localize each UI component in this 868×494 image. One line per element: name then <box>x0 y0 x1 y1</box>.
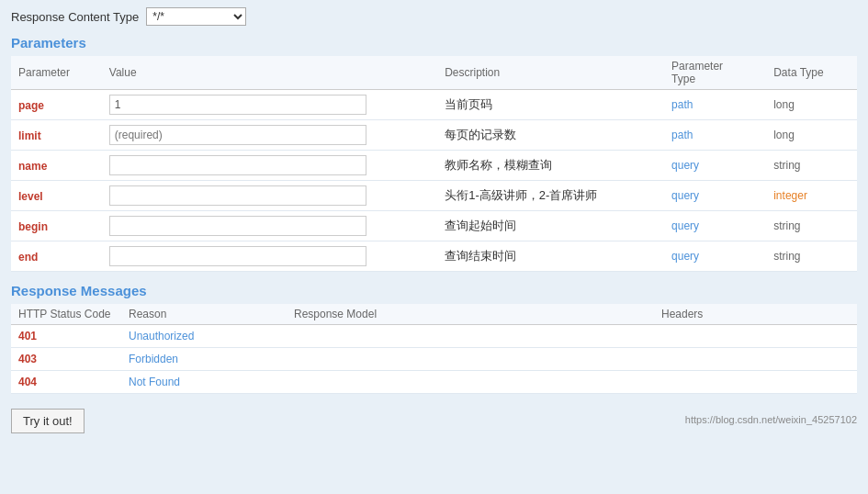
param-data-type: long <box>766 90 857 120</box>
param-name: limit <box>18 129 41 142</box>
status-code: 403 <box>11 348 121 371</box>
param-type: query <box>664 241 766 272</box>
response-headers <box>654 348 857 371</box>
col-header-value: Value <box>102 56 437 90</box>
status-code: 404 <box>11 371 121 394</box>
param-description: 查询结束时间 <box>437 241 664 272</box>
content-type-row: Response Content Type */*application/jso… <box>11 7 857 26</box>
param-value-input[interactable] <box>109 246 366 266</box>
param-value-input[interactable] <box>109 125 366 145</box>
table-row: limit每页的记录数pathlong <box>11 120 857 151</box>
table-row: 404Not Found <box>11 371 857 394</box>
response-messages-section-header: Response Messages <box>11 283 857 298</box>
reason: Not Found <box>121 371 287 394</box>
param-name: begin <box>18 220 48 233</box>
param-type: query <box>664 151 766 181</box>
param-data-type: string <box>766 211 857 241</box>
param-description: 查询起始时间 <box>437 211 664 241</box>
footer-url: https://blog.csdn.net/weixin_45257102 <box>85 414 857 425</box>
try-it-out-button[interactable]: Try it out! <box>11 409 85 433</box>
response-model <box>287 371 654 394</box>
param-description: 每页的记录数 <box>437 120 664 151</box>
param-description: 当前页码 <box>437 90 664 120</box>
col-header-headers: Headers <box>654 304 857 325</box>
status-code: 401 <box>11 325 121 348</box>
param-name: end <box>18 251 38 264</box>
param-name: name <box>18 160 47 173</box>
param-name: level <box>18 190 43 203</box>
param-type: path <box>664 90 766 120</box>
col-header-response-model: Response Model <box>287 304 654 325</box>
param-data-type: string <box>766 241 857 272</box>
table-row: end查询结束时间querystring <box>11 241 857 272</box>
table-row: 403Forbidden <box>11 348 857 371</box>
table-row: name教师名称，模糊查询querystring <box>11 151 857 181</box>
param-data-type: string <box>766 151 857 181</box>
table-row: level头衔1-高级讲师，2-首席讲师queryinteger <box>11 181 857 211</box>
param-type: query <box>664 211 766 241</box>
param-type: path <box>664 120 766 151</box>
col-header-paramtype: ParameterType <box>664 56 766 90</box>
response-headers <box>654 371 857 394</box>
response-messages-table: HTTP Status Code Reason Response Model H… <box>11 304 857 394</box>
param-value-input[interactable] <box>109 155 366 175</box>
table-row: 401Unauthorized <box>11 325 857 348</box>
col-header-description: Description <box>437 56 664 90</box>
table-row: page当前页码pathlong <box>11 90 857 120</box>
response-model <box>287 325 654 348</box>
parameters-section-header: Parameters <box>11 35 857 51</box>
table-row: begin查询起始时间querystring <box>11 211 857 241</box>
col-header-datatype: Data Type <box>766 56 857 90</box>
main-container: Response Content Type */*application/jso… <box>0 0 868 441</box>
response-model <box>287 348 654 371</box>
response-headers <box>654 325 857 348</box>
param-description: 头衔1-高级讲师，2-首席讲师 <box>437 181 664 211</box>
col-header-reason: Reason <box>121 304 287 325</box>
param-name: page <box>18 99 44 112</box>
col-header-status-code: HTTP Status Code <box>11 304 121 325</box>
param-description: 教师名称，模糊查询 <box>437 151 664 181</box>
reason: Unauthorized <box>121 325 287 348</box>
reason: Forbidden <box>121 348 287 371</box>
param-value-input[interactable] <box>109 95 366 115</box>
param-data-type: long <box>766 120 857 151</box>
footer-row: Try it out! https://blog.csdn.net/weixin… <box>11 405 857 433</box>
content-type-label: Response Content Type <box>11 10 139 24</box>
param-type: query <box>664 181 766 211</box>
parameters-table: Parameter Value Description ParameterTyp… <box>11 56 857 272</box>
param-value-input[interactable] <box>109 185 366 206</box>
col-header-parameter: Parameter <box>11 56 102 90</box>
param-data-type: integer <box>766 181 857 211</box>
content-type-select[interactable]: */*application/jsonapplication/xml <box>146 7 246 26</box>
param-value-input[interactable] <box>109 216 366 236</box>
